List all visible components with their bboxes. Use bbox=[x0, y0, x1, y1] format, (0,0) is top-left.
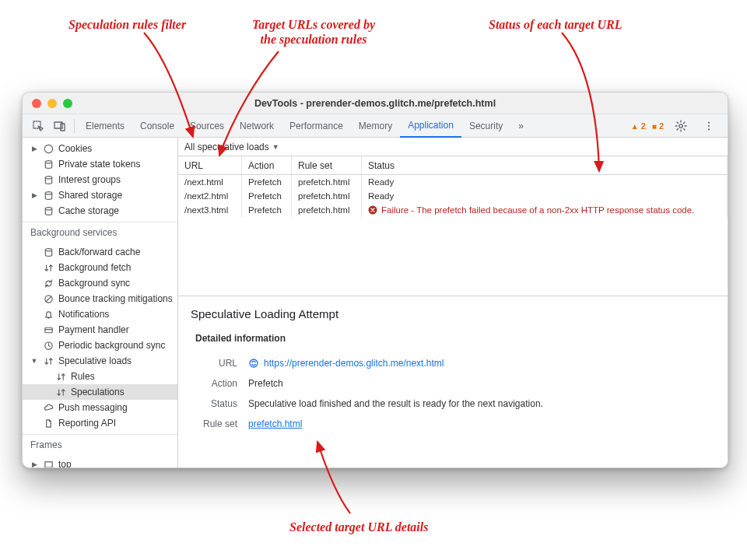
sidebar-item-label: Speculations bbox=[71, 387, 124, 397]
col-header-url[interactable]: URL bbox=[178, 156, 242, 174]
warning-square-icon bbox=[652, 121, 657, 131]
cell-status: Ready bbox=[362, 189, 728, 203]
detail-title: Speculative Loading Attempt bbox=[191, 307, 715, 320]
cell-status: Ready bbox=[362, 175, 728, 189]
sidebar-item-bgfetch[interactable]: Background fetch bbox=[23, 260, 177, 275]
sidebar-item-rules[interactable]: Rules bbox=[23, 369, 177, 384]
sidebar-item-label: Cookies bbox=[58, 143, 92, 154]
clock-icon bbox=[43, 340, 54, 351]
table-row[interactable]: /next.html Prefetch prefetch.html Ready bbox=[178, 175, 728, 189]
kebab-icon[interactable] bbox=[702, 119, 716, 133]
sidebar-item-cache-storage[interactable]: Cache storage bbox=[23, 203, 177, 219]
col-header-ruleset[interactable]: Rule set bbox=[292, 156, 362, 174]
sidebar-item-bounce[interactable]: Bounce tracking mitigations bbox=[23, 291, 177, 306]
annotation-filter: Speculation rules filter bbox=[68, 17, 186, 32]
tab-network[interactable]: Network bbox=[232, 114, 282, 138]
svg-rect-0 bbox=[33, 121, 40, 128]
col-header-status[interactable]: Status bbox=[362, 156, 728, 174]
sidebar-item-push[interactable]: Push messaging bbox=[23, 400, 177, 415]
grid-body: /next.html Prefetch prefetch.html Ready … bbox=[178, 175, 728, 296]
speculations-panel: All speculative loads ▼ URL Action Rule … bbox=[178, 138, 728, 467]
col-header-action[interactable]: Action bbox=[242, 156, 292, 174]
tab-memory[interactable]: Memory bbox=[351, 114, 400, 138]
sidebar-item-label: Speculative loads bbox=[58, 355, 132, 366]
sync-icon bbox=[43, 278, 54, 289]
sidebar-item-bfcache[interactable]: Back/forward cache bbox=[23, 244, 177, 260]
svg-rect-16 bbox=[44, 461, 51, 467]
svg-point-11 bbox=[45, 207, 51, 209]
sidebar-item-bgsync[interactable]: Background sync bbox=[23, 275, 177, 291]
table-row[interactable]: /next2.html Prefetch prefetch.html Ready bbox=[178, 189, 728, 203]
table-row[interactable]: /next3.html Prefetch prefetch.html Failu… bbox=[178, 203, 728, 217]
warnings-badge-1[interactable]: 2 bbox=[631, 121, 646, 131]
detail-row-status: Status Speculative load finished and the… bbox=[191, 394, 715, 414]
detail-label: Action bbox=[195, 378, 237, 389]
sidebar-item-label: Payment handler bbox=[58, 324, 129, 335]
transfer-icon bbox=[43, 262, 54, 273]
sidebar-item-speculative-loads[interactable]: ▼ Speculative loads bbox=[23, 353, 177, 369]
svg-point-5 bbox=[708, 124, 710, 126]
detail-row-url: URL https://prerender-demos.glitch.me/ne… bbox=[191, 353, 715, 373]
sidebar-item-payment[interactable]: Payment handler bbox=[23, 322, 177, 338]
sidebar-item-shared-storage[interactable]: ▶ Shared storage bbox=[23, 187, 177, 203]
devtools-toolbar: Elements Console Sources Network Perform… bbox=[23, 114, 728, 138]
inspect-icon[interactable] bbox=[31, 119, 45, 133]
error-icon bbox=[368, 205, 377, 215]
sidebar-item-label: Reporting API bbox=[58, 418, 116, 429]
annotation-status: Status of each target URL bbox=[489, 17, 622, 32]
cell-url: /next2.html bbox=[178, 189, 242, 203]
cell-ruleset: prefetch.html bbox=[292, 189, 362, 203]
transfer-icon bbox=[55, 387, 66, 397]
cell-action: Prefetch bbox=[242, 203, 292, 217]
tab-security[interactable]: Security bbox=[461, 114, 510, 138]
tab-console[interactable]: Console bbox=[132, 114, 182, 138]
sidebar-heading-frames: Frames bbox=[23, 434, 177, 453]
tab-sources[interactable]: Sources bbox=[182, 114, 232, 138]
tab-more[interactable]: » bbox=[510, 114, 531, 138]
sidebar-item-label: Private state tokens bbox=[58, 159, 140, 170]
sidebar-item-notifications[interactable]: Notifications bbox=[23, 306, 177, 322]
svg-point-6 bbox=[708, 128, 710, 130]
document-icon bbox=[43, 418, 54, 429]
warnings-badge-2[interactable]: 2 bbox=[652, 121, 664, 131]
sidebar-item-speculations[interactable]: Speculations bbox=[23, 384, 177, 400]
detail-status-value: Speculative load finished and the result… bbox=[248, 398, 543, 409]
speculative-loads-filter[interactable]: All speculative loads ▼ bbox=[178, 138, 728, 156]
cloud-icon bbox=[43, 402, 54, 413]
detail-label: URL bbox=[195, 358, 237, 369]
detail-ruleset-link[interactable]: prefetch.html bbox=[248, 418, 302, 429]
svg-rect-14 bbox=[44, 327, 51, 333]
sidebar-item-cookies[interactable]: ▶ Cookies bbox=[23, 141, 177, 156]
detail-row-ruleset: Rule set prefetch.html bbox=[191, 414, 715, 434]
sidebar-item-periodic[interactable]: Periodic background sync bbox=[23, 338, 177, 353]
sidebar-item-label: Periodic background sync bbox=[58, 340, 165, 351]
sidebar-item-label: top bbox=[58, 459, 72, 467]
device-toggle-icon[interactable] bbox=[53, 119, 67, 133]
svg-point-3 bbox=[679, 124, 682, 127]
detail-pane: Speculative Loading Attempt Detailed inf… bbox=[178, 296, 728, 467]
gear-icon[interactable] bbox=[674, 119, 688, 133]
sidebar-heading-background: Background services bbox=[23, 222, 177, 241]
tab-performance[interactable]: Performance bbox=[282, 114, 351, 138]
cell-action: Prefetch bbox=[242, 189, 292, 203]
tab-application[interactable]: Application bbox=[400, 114, 461, 138]
devtools-window: DevTools - prerender-demos.glitch.me/pre… bbox=[22, 92, 728, 468]
svg-point-12 bbox=[45, 248, 51, 250]
cell-url: /next3.html bbox=[178, 203, 242, 217]
sidebar-item-frame-top[interactable]: ▶ top bbox=[23, 457, 177, 467]
detail-label: Rule set bbox=[195, 418, 237, 429]
cell-ruleset: prefetch.html bbox=[292, 175, 362, 189]
sidebar-item-label: Background sync bbox=[58, 278, 130, 289]
detail-url-link[interactable]: https://prerender-demos.glitch.me/next.h… bbox=[264, 358, 444, 369]
detail-subheading: Detailed information bbox=[191, 333, 715, 344]
svg-point-9 bbox=[45, 176, 51, 178]
database-icon bbox=[43, 159, 54, 170]
cell-action: Prefetch bbox=[242, 175, 292, 189]
detail-action-value: Prefetch bbox=[248, 378, 283, 389]
sidebar-item-pst[interactable]: Private state tokens bbox=[23, 156, 177, 172]
tab-elements[interactable]: Elements bbox=[78, 114, 132, 138]
sidebar-item-reporting[interactable]: Reporting API bbox=[23, 415, 177, 431]
cell-url: /next.html bbox=[178, 175, 242, 189]
cell-status-failure: Failure - The prefetch failed because of… bbox=[362, 203, 728, 217]
sidebar-item-interest[interactable]: Interest groups bbox=[23, 172, 177, 187]
